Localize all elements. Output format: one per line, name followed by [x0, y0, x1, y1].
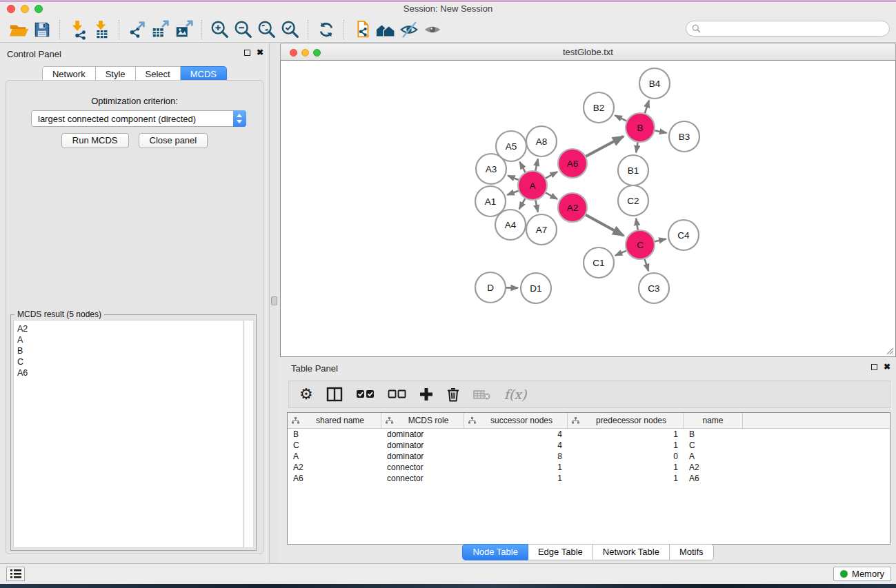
edge-A-A1[interactable] — [507, 190, 519, 194]
delete-table-button[interactable] — [473, 389, 491, 401]
close-panel-button[interactable]: Close panel — [139, 133, 208, 148]
search-field[interactable] — [686, 21, 890, 37]
result-item[interactable]: C — [17, 356, 243, 367]
zoom-out-button[interactable] — [232, 19, 255, 41]
graph-node-B[interactable]: B — [626, 113, 655, 142]
graph-node-A4[interactable]: A4 — [495, 210, 526, 240]
select-all-columns-button[interactable] — [356, 389, 375, 399]
edge-C-C1[interactable] — [615, 250, 627, 255]
edge-A-A2[interactable] — [545, 192, 557, 199]
edge-A-A6[interactable] — [545, 172, 557, 179]
graph-node-A8[interactable]: A8 — [526, 126, 557, 156]
tab-node-table[interactable]: Node Table — [462, 544, 528, 560]
column-settings-button[interactable]: ⚙ — [299, 387, 313, 402]
save-session-button[interactable] — [30, 19, 54, 41]
edge-A2-C[interactable] — [585, 214, 624, 236]
first-neighbors-button[interactable] — [374, 19, 397, 41]
edge-A-A4[interactable] — [519, 198, 526, 209]
export-network-button[interactable] — [126, 19, 149, 41]
edge-A-A8[interactable] — [535, 159, 538, 172]
zoom-selected-button[interactable] — [279, 19, 302, 41]
splitter-grip[interactable] — [271, 296, 277, 305]
import-network-button[interactable] — [66, 19, 90, 41]
column-header-shared-name[interactable]: shared name — [288, 413, 381, 428]
graph-node-C[interactable]: C — [626, 230, 655, 259]
edge-C-C2[interactable] — [636, 219, 638, 230]
memory-button[interactable]: Memory — [833, 567, 891, 581]
graph-node-B2[interactable]: B2 — [584, 92, 614, 123]
table-row[interactable]: Bdominator41B — [288, 429, 890, 440]
export-image-button[interactable] — [172, 19, 196, 41]
edge-A-A7[interactable] — [535, 200, 538, 212]
result-item[interactable]: A6 — [17, 367, 243, 378]
split-view-button[interactable] — [326, 387, 343, 402]
graph-node-D1[interactable]: D1 — [521, 273, 551, 303]
graph-node-A6[interactable]: A6 — [558, 149, 587, 178]
graph-node-C1[interactable]: C1 — [584, 247, 614, 278]
mcds-result-list[interactable]: A2ABCA6 — [13, 320, 243, 548]
graph-node-A[interactable]: A — [518, 171, 547, 200]
graph-node-A3[interactable]: A3 — [476, 154, 506, 184]
graph-node-A7[interactable]: A7 — [526, 214, 557, 245]
edge-A-A3[interactable] — [508, 176, 519, 180]
table-row[interactable]: A6connector11A6 — [288, 473, 890, 484]
new-network-from-selection-button[interactable] — [350, 19, 374, 41]
show-all-button[interactable] — [421, 19, 444, 41]
table-row[interactable]: Adominator80A — [288, 451, 890, 462]
close-panel-icon[interactable]: ✖ — [257, 49, 263, 57]
open-session-button[interactable] — [7, 19, 30, 41]
tab-edge-table[interactable]: Edge Table — [528, 544, 593, 560]
network-window-titlebar[interactable]: testGlobe.txt — [280, 43, 896, 61]
toolbar-separator — [308, 20, 309, 39]
table-row[interactable]: A2connector11A2 — [288, 462, 890, 473]
graph-node-B3[interactable]: B3 — [669, 121, 699, 152]
edge-B-B2[interactable] — [615, 115, 628, 121]
export-table-button[interactable] — [149, 19, 172, 41]
graph-node-B1[interactable]: B1 — [618, 155, 648, 185]
zoom-fit-button[interactable] — [255, 19, 279, 41]
result-item[interactable]: A2 — [17, 323, 243, 334]
result-list-scrollbar[interactable] — [243, 320, 254, 548]
edge-A-A5[interactable] — [519, 162, 525, 173]
edge-A6-B[interactable] — [586, 136, 624, 156]
close-panel-icon[interactable]: ✖ — [884, 363, 890, 371]
search-input[interactable] — [704, 22, 889, 36]
edge-B-B1[interactable] — [636, 142, 637, 152]
run-mcds-button[interactable]: Run MCDS — [61, 133, 129, 148]
graph-node-C3[interactable]: C3 — [639, 273, 669, 303]
hide-selected-button[interactable] — [397, 19, 421, 41]
zoom-in-button[interactable] — [208, 19, 232, 41]
graph-node-D[interactable]: D — [475, 272, 506, 303]
tab-motifs[interactable]: Motifs — [670, 544, 714, 560]
column-header-predecessor-nodes[interactable]: predecessor nodes — [568, 413, 684, 428]
function-builder-button[interactable]: f(x) — [504, 387, 527, 402]
float-panel-icon[interactable] — [244, 50, 250, 56]
deselect-all-columns-button[interactable] — [388, 389, 406, 399]
optimization-criterion-select[interactable]: largest connected component (directed) — [31, 110, 246, 127]
float-panel-icon[interactable] — [871, 364, 877, 370]
network-graph[interactable]: B4B2BB3A8A5A6A3B1AA1C2A2A4A7C4CC1C3DD1 — [281, 61, 895, 356]
graph-node-A2[interactable]: A2 — [558, 193, 587, 222]
add-column-button[interactable] — [419, 387, 433, 401]
column-header-name[interactable]: name — [684, 413, 743, 428]
graph-node-C2[interactable]: C2 — [618, 185, 648, 216]
graph-node-B4[interactable]: B4 — [639, 68, 670, 99]
network-canvas[interactable]: B4B2BB3A8A5A6A3B1AA1C2A2A4A7C4CC1C3DD1 — [280, 61, 896, 357]
resize-grip-icon[interactable] — [884, 345, 894, 355]
edge-C-C4[interactable] — [654, 239, 666, 242]
column-header-mcds-role[interactable]: MCDS role — [381, 413, 464, 428]
toolbar-separator — [119, 20, 120, 39]
edge-C-C3[interactable] — [644, 258, 648, 271]
edge-B-B3[interactable] — [655, 130, 667, 133]
result-item[interactable]: B — [17, 345, 243, 356]
tab-network-table[interactable]: Network Table — [593, 544, 670, 560]
delete-columns-button[interactable] — [446, 387, 460, 402]
column-header-successor-nodes[interactable]: successor nodes — [464, 413, 568, 428]
graph-node-C4[interactable]: C4 — [668, 220, 699, 250]
edge-B-B4[interactable] — [645, 101, 649, 114]
table-row[interactable]: Cdominator41C — [288, 440, 890, 451]
task-history-button[interactable] — [6, 567, 25, 581]
apply-layout-button[interactable] — [315, 19, 338, 41]
import-table-button[interactable] — [90, 19, 113, 41]
result-item[interactable]: A — [17, 334, 243, 345]
